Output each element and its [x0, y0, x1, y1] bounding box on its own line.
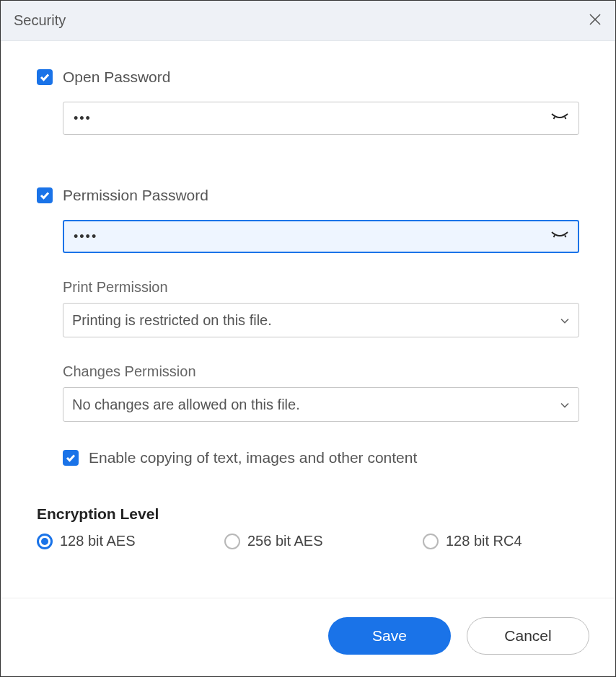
encryption-section: Encryption Level 128 bit AES 256 bit AES… [37, 505, 579, 549]
security-dialog: Security Open Password Permission Passwo… [0, 0, 616, 677]
close-icon[interactable] [588, 12, 602, 30]
open-password-label: Open Password [63, 68, 170, 86]
changes-permission-value: No changes are allowed on this file. [72, 397, 300, 413]
permission-password-row: Permission Password [37, 187, 579, 204]
dialog-content: Open Password Permission Password Print … [1, 41, 615, 598]
eye-closed-icon[interactable] [550, 111, 569, 125]
radio-icon [224, 534, 240, 549]
enable-copy-checkbox[interactable] [63, 450, 79, 466]
radio-256-aes[interactable]: 256 bit AES [224, 533, 423, 549]
dialog-footer: Save Cancel [1, 598, 615, 676]
svg-line-5 [565, 235, 566, 237]
svg-line-4 [554, 235, 555, 237]
save-button[interactable]: Save [328, 617, 451, 655]
radio-128-rc4[interactable]: 128 bit RC4 [423, 533, 522, 549]
radio-icon [423, 534, 439, 549]
cancel-button[interactable]: Cancel [467, 617, 589, 655]
enable-copy-row: Enable copying of text, images and other… [63, 449, 579, 466]
svg-line-2 [554, 117, 555, 119]
open-password-checkbox[interactable] [37, 69, 53, 85]
open-password-field-wrap [63, 102, 579, 135]
permission-password-input[interactable] [63, 220, 579, 253]
dialog-title: Security [14, 12, 66, 29]
permission-password-checkbox[interactable] [37, 187, 53, 203]
print-permission-label: Print Permission [63, 279, 579, 296]
open-password-row: Open Password [37, 68, 579, 86]
print-permission-value: Printing is restricted on this file. [72, 312, 272, 329]
radio-icon [37, 534, 53, 549]
titlebar: Security [1, 1, 615, 41]
print-permission-section: Print Permission Printing is restricted … [63, 279, 579, 337]
enable-copy-label: Enable copying of text, images and other… [89, 449, 417, 466]
changes-permission-section: Changes Permission No changes are allowe… [63, 363, 579, 422]
changes-permission-label: Changes Permission [63, 363, 579, 380]
radio-label: 128 bit AES [60, 533, 136, 549]
changes-permission-select[interactable]: No changes are allowed on this file. [63, 387, 579, 422]
eye-closed-icon[interactable] [550, 229, 569, 244]
print-permission-select[interactable]: Printing is restricted on this file. [63, 303, 579, 337]
encryption-title: Encryption Level [37, 505, 579, 523]
svg-line-3 [565, 117, 566, 119]
permission-password-label: Permission Password [63, 187, 208, 204]
permission-password-field-wrap [63, 220, 579, 253]
radio-128-aes[interactable]: 128 bit AES [37, 533, 224, 549]
radio-label: 256 bit AES [247, 533, 323, 549]
open-password-input[interactable] [63, 102, 579, 135]
radio-label: 128 bit RC4 [446, 533, 522, 549]
encryption-radio-group: 128 bit AES 256 bit AES 128 bit RC4 [37, 533, 579, 549]
